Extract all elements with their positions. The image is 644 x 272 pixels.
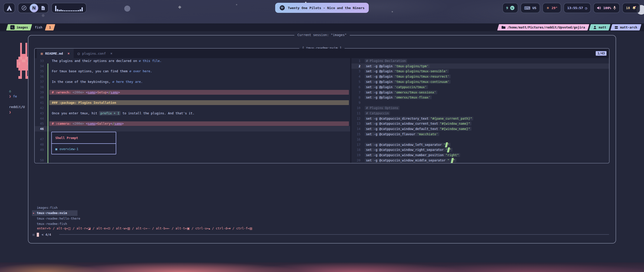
editor-line-left-50: 50 [35,158,350,163]
tmux-session-tab[interactable]: >_ images [6,24,32,30]
hint-alt-e: alt-e=⊡ [96,226,110,230]
markdown-table: Shell Prompt▣overview-1 [51,132,116,154]
tmux-window-index-badge[interactable]: 1 [45,24,55,30]
editor-line-right-5: 5set -g @plugin 'tmux-plugins/tmux-conti… [351,79,609,84]
editor-line-right-10: 10# Plugins Options [351,105,609,111]
table-cell-row[interactable]: ▣overview-1 [52,144,116,154]
editor-line-right-15: 15set -g @catppuccin_flavour 'macchiato' [351,131,609,137]
editor-line-right-16: 16 [351,137,609,142]
cava-bar [73,10,74,11]
session-item-tmux-readme:hello-there[interactable]: ▸tmux-readme:hello-there [32,216,608,221]
spotify-icon [279,5,285,11]
hint-alt-t: alt-t=▣ [175,226,190,230]
notifications-widget[interactable]: 18 [622,3,640,13]
pixel-art-sprite [17,43,18,46]
refresh-icon: ↻ [48,227,51,230]
neovim-workspace-icon[interactable]: N [30,4,38,12]
editor-pane-readme[interactable]: 33The plugins and their options are decl… [35,58,350,163]
editor-line-right-13: 13set -g @catppuccin_window_current_text… [351,121,609,126]
buffer-tab-README.md[interactable]: ▤README.md× [37,49,74,58]
prompt-icon: ❯ [9,110,11,114]
refresh-icon: ↻ [510,6,514,10]
editor-line-right-14: 14set -g @catppuccin_window_default_text… [351,126,609,131]
speaker-icon [597,6,601,10]
host-label: matt-arch [620,25,637,29]
editor-pane-plugins[interactable]: 1# Plugins Declaration2set -g @plugin 't… [351,58,609,163]
keyboard-layout-widget[interactable]: ⌨ US [520,3,540,13]
user-segment: matt [589,24,611,30]
popup-title: Current session: "images" [294,33,350,37]
now-playing-label: Twenty One Pilots - Nico and the Niners [288,6,365,10]
fzf-match-counter: < 4/4 [42,233,51,236]
hint-enter: enter=↻ [37,226,51,230]
tmux-status-left: >_ images fish 1 [7,24,54,30]
wallpaper-bottom-glow [0,262,644,272]
tmux-status-right: /home/matt/Pictures/reddit/Upvoted/gojir… [498,24,640,30]
editor-line-left-45: 45# :camera: <200e> <samp>Gallery</samp> [35,121,350,126]
volume-label: 100% [603,6,611,10]
bufferline: ▤README.md×▢plugins.conf× 1/43 [35,49,609,58]
editor-line-right-17: 17set -g @catppuccin_window_left_separat… [351,142,609,147]
bell-icon [632,6,636,10]
editor-line-left-42: 42 [35,105,350,111]
weather-widget[interactable]: ☀ 29° [542,3,561,13]
clock-widget[interactable]: 13:55:57 ◷ [564,3,591,13]
shell-prompt-directory: reddit/U [9,104,25,110]
arch-menu-button[interactable] [3,3,15,13]
editor-line-right-2: 2set -g @plugin 'tmux-plugins/tpm' [351,63,609,69]
browser-compass-icon[interactable] [21,5,27,11]
folder-icon [501,26,505,29]
cava-bar [80,9,81,11]
tree-icon: ▣ [187,227,190,230]
shell-prompt: ⌂ ❯ fe reddit/U ❯ [9,88,25,115]
now-playing-widget[interactable]: Twenty One Pilots - Nico and the Niners [275,3,369,13]
buffer-tab-plugins.conf[interactable]: ▢plugins.conf× [74,49,116,58]
tmux-session-label: images [17,25,28,29]
cava-bar [64,10,65,11]
close-icon[interactable]: × [110,51,112,55]
fzf-cursor [37,233,39,237]
editor-line-left-33: 33The plugins and their options are decl… [35,58,350,63]
shell-command: fe [13,94,17,98]
editor-line-left-36: 36 [35,74,350,79]
cwd-label: /home/matt/Pictures/reddit/Upvoted/gojir… [507,25,585,29]
editor-line-right-6: 6set -g @plugin 'catppuccin/tmux' [351,84,609,90]
audio-visualizer [51,3,87,13]
cava-bar [78,10,79,11]
top-status-bar: N Twenty One Pilots - Nico and the Niner… [0,0,644,16]
editor-line-right-19: 19set -g @catppuccin_window_number_posit… [351,152,609,158]
window-icon: ▥ [127,227,130,230]
topbar-left-cluster: N [3,3,87,13]
cava-bar [60,10,62,11]
updates-widget[interactable]: 9 ↻ [502,3,518,13]
cava-bar [57,9,58,11]
shell-prompt-char-line: ❯ [9,110,25,115]
sun-icon: ☀ [546,6,549,10]
fzf-prompt[interactable]: ⊞ < 4/4 [32,232,51,237]
desktop: N Twenty One Pilots - Nico and the Niner… [0,0,644,272]
session-item-images:fish[interactable]: ▸images:fish [32,205,608,210]
expand-icon: ⊡ [108,227,110,230]
volume-widget[interactable]: 100% [593,3,620,13]
session-item-tmux-readme:fish[interactable]: ▸tmux-readme:fish [32,221,608,226]
terminal-icon: >_ [10,25,15,29]
keyboard-layout-label: US [532,6,536,10]
clock-label: 13:55:57 [567,6,583,10]
keyboard-icon: ⌨ [524,6,531,11]
workspace-switcher[interactable]: N [18,3,49,13]
hint-alt-q: alt-q=◫ [57,226,71,230]
markdown-icon: ▤ [41,52,43,55]
home-icon: ⌂ [9,89,11,93]
tmux-window-tab[interactable]: fish [35,25,42,29]
editor-line-right-11: 11# Catppuccin [351,111,609,116]
cava-bar [66,10,67,11]
close-icon[interactable]: × [67,51,69,55]
file-workspace-icon[interactable] [41,6,45,10]
editor-line-left-38: 38 [35,84,350,90]
session-pointer-icon: ▸ [32,211,36,215]
cava-bar [62,10,63,11]
arch-logo-icon [6,5,13,11]
cava-bar [71,10,72,11]
shell-prompt-command-line: ❯ fe [9,94,25,99]
session-item-tmux-readme:nvim[interactable]: ▸tmux-readme:nvim [32,210,608,216]
